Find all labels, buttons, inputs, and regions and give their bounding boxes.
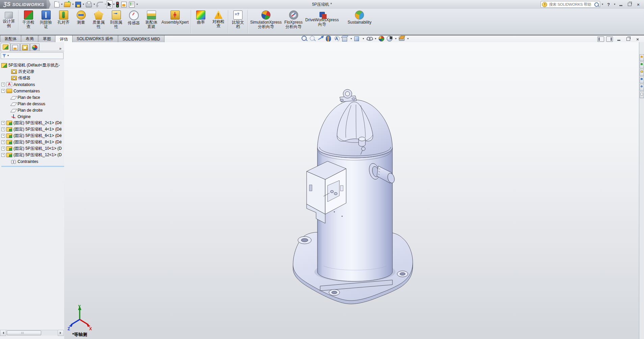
view-settings-caret[interactable]: ▾	[407, 37, 409, 40]
configuration-manager-tab[interactable]	[20, 44, 30, 51]
tree-item-component-10[interactable]: + (固定) 5P压缩机_10<1> (D	[1, 145, 64, 152]
scroll-thumb[interactable]	[7, 331, 41, 335]
tree-item-front-plane[interactable]: Plan de face	[1, 94, 64, 101]
property-manager-tab[interactable]	[10, 44, 20, 51]
search-input[interactable]	[548, 2, 593, 7]
scroll-right-arrow[interactable]	[58, 330, 64, 336]
tree-item-top-plane[interactable]: Plan de dessus	[1, 101, 64, 107]
tree-item-sensors[interactable]: 传感器	[1, 75, 64, 81]
measure-button[interactable]: 测量	[72, 9, 90, 35]
tab-solidworks-addins[interactable]: SOLIDWORKS 插件	[72, 35, 118, 43]
tree-item-annotations[interactable]: + A Annotations	[1, 81, 64, 88]
open-button[interactable]	[63, 0, 72, 8]
graphics-area[interactable]: Y X Z *等轴测	[64, 42, 639, 339]
annotation-view-button[interactable]	[334, 36, 340, 42]
task-pane-resources-tab[interactable]	[640, 54, 644, 61]
tab-sketch[interactable]: 草图	[38, 35, 55, 43]
expand-icon[interactable]: +	[1, 121, 5, 125]
curvature-button[interactable]: 曲率	[192, 9, 210, 35]
reference-triad[interactable]: Y X Z	[67, 303, 93, 332]
interference-detection-button[interactable]: 干涉检 查	[20, 9, 37, 35]
rebuild-button[interactable]	[115, 0, 120, 8]
tree-item-component-6[interactable]: + (固定) 5P压缩机_6<1> (Dé	[1, 133, 64, 139]
panel-horizontal-scrollbar[interactable]	[0, 330, 64, 336]
task-pane-appearances-tab[interactable]	[640, 84, 644, 91]
sustainability-button[interactable]: Sustainability	[346, 9, 373, 35]
apply-scene-button[interactable]	[387, 36, 393, 42]
simulationxpress-button[interactable]: SimulationXpress 分析向导	[249, 9, 283, 35]
doc-restore-button[interactable]	[624, 36, 632, 42]
split-pane-right-icon[interactable]	[606, 36, 613, 42]
print-button[interactable]	[85, 0, 93, 8]
symmetry-check-button[interactable]: 对称检 查	[210, 9, 227, 35]
options-caret[interactable]: ▾	[136, 3, 138, 6]
display-manager-tab[interactable]	[30, 44, 40, 51]
print-caret[interactable]: ▾	[94, 3, 95, 6]
file-properties-button[interactable]	[120, 0, 128, 8]
scroll-left-arrow[interactable]	[0, 330, 6, 336]
compare-documents-button[interactable]: 比较文 档	[229, 9, 247, 35]
design-study-button[interactable]: 设计算 例	[0, 9, 18, 35]
mass-properties-button[interactable]: 质量属 性	[90, 9, 107, 35]
hole-alignment-button[interactable]: 孔对齐	[55, 9, 72, 35]
zoom-fit-button[interactable]	[302, 36, 308, 42]
tree-item-component-12[interactable]: + (固定) 5P压缩机_12<1> (D	[1, 152, 64, 158]
expand-icon[interactable]: +	[1, 89, 5, 93]
expand-icon[interactable]: +	[1, 83, 5, 86]
expand-icon[interactable]: +	[1, 147, 5, 150]
help-caret[interactable]: ▾	[614, 3, 615, 6]
tree-item-mates[interactable]: Contraintes	[1, 158, 64, 165]
driveworksxpress-button[interactable]: DriveWorksXpress 向导	[304, 9, 340, 35]
view-orientation-caret[interactable]: ▾	[351, 37, 352, 40]
section-view-button[interactable]	[326, 36, 332, 42]
tree-filter[interactable]: ▾	[1, 52, 63, 59]
minimize-button[interactable]	[617, 2, 624, 7]
open-caret[interactable]: ▾	[72, 3, 74, 6]
tab-assembly[interactable]: 装配体	[0, 35, 21, 43]
search-caret[interactable]: ▾	[602, 3, 603, 6]
save-caret[interactable]: ▾	[83, 3, 84, 6]
doc-close-button[interactable]: ×	[634, 36, 641, 42]
new-document-button[interactable]	[53, 0, 60, 8]
view-orientation-button[interactable]	[342, 36, 348, 42]
split-pane-left-icon[interactable]	[597, 36, 604, 42]
previous-view-button[interactable]	[318, 36, 324, 42]
tree-item-component-4[interactable]: + (固定) 5P压缩机_4<1> (Dé	[1, 126, 64, 133]
feature-manager-tab[interactable]	[1, 43, 10, 51]
expand-icon[interactable]: +	[1, 128, 5, 131]
new-caret[interactable]: ▾	[61, 3, 62, 6]
tree-item-component-8[interactable]: + (固定) 5P压缩机_8<1> (Dé	[1, 139, 64, 145]
tree-item-comments[interactable]: + Commentaires	[1, 88, 64, 94]
expand-icon[interactable]: +	[1, 134, 5, 138]
tab-evaluate[interactable]: 评估	[56, 35, 72, 43]
undo-button[interactable]	[96, 0, 104, 8]
hide-show-items-button[interactable]	[366, 36, 372, 42]
restore-button[interactable]	[626, 2, 633, 7]
compressor-model[interactable]	[284, 84, 426, 307]
select-tool-button[interactable]	[107, 0, 112, 8]
tab-layout[interactable]: 布局	[21, 35, 38, 43]
filter-caret[interactable]: ▾	[7, 54, 9, 57]
task-pane-view-palette-tab[interactable]	[640, 77, 644, 83]
search-magnifier-icon[interactable]	[594, 2, 599, 7]
task-pane-file-explorer-tab[interactable]	[640, 69, 644, 76]
task-pane-design-library-tab[interactable]	[640, 62, 644, 68]
tree-item-right-plane[interactable]: Plan de droite	[1, 107, 64, 113]
search-box[interactable]: ?	[541, 1, 600, 8]
assemblyxpert-button[interactable]: AssemblyXpert	[160, 9, 190, 35]
help-button[interactable]: ?	[605, 2, 612, 7]
display-style-caret[interactable]: ▾	[363, 37, 364, 40]
edit-appearance-button[interactable]	[379, 36, 385, 42]
sensor-button[interactable]: 传感器	[125, 9, 143, 35]
zoom-to-area-button[interactable]	[310, 36, 316, 42]
close-button[interactable]: ×	[635, 2, 642, 7]
tree-root[interactable]: 5P压缩机 (Défaut<显示状态-	[1, 62, 64, 68]
hide-show-caret[interactable]: ▾	[375, 37, 376, 40]
tab-solidworks-mbd[interactable]: SOLIDWORKS MBD	[118, 35, 164, 43]
section-properties-button[interactable]: 剖面属 性	[107, 9, 125, 35]
task-pane-custom-properties-tab[interactable]	[640, 91, 644, 98]
display-style-button[interactable]	[354, 36, 360, 42]
options-button[interactable]	[128, 0, 136, 8]
select-caret[interactable]: ▾	[113, 3, 114, 6]
apply-scene-caret[interactable]: ▾	[395, 37, 396, 40]
